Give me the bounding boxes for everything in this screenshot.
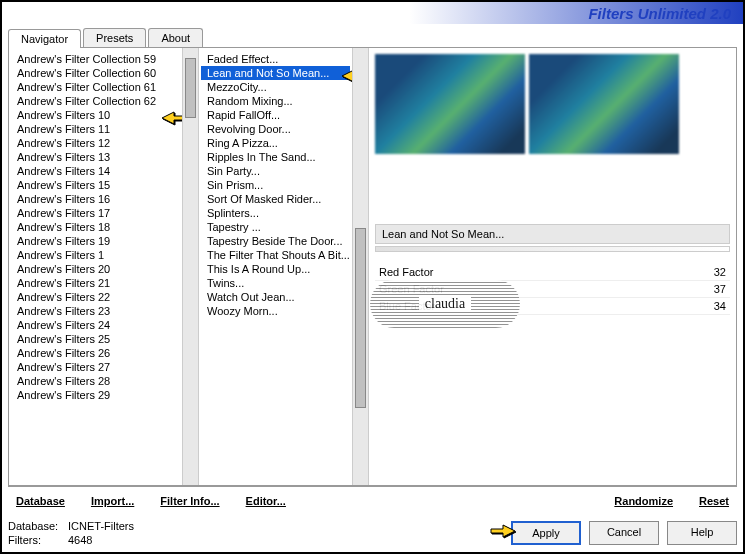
list-item[interactable]: MezzoCity... [201, 80, 350, 94]
watermark: claudia [370, 280, 520, 328]
category-column: Andrew's Filter Collection 59Andrew's Fi… [9, 48, 199, 485]
category-list[interactable]: Andrew's Filter Collection 59Andrew's Fi… [9, 48, 182, 485]
list-item[interactable]: Woozy Morn... [201, 304, 350, 318]
list-item[interactable]: Revolving Door... [201, 122, 350, 136]
list-item[interactable]: Sin Prism... [201, 178, 350, 192]
param-row[interactable]: Red Factor32 [375, 264, 730, 281]
param-value: 32 [714, 266, 726, 278]
button-row: Apply Cancel Help [511, 521, 737, 545]
current-filter-label: Lean and Not So Mean... [375, 224, 730, 244]
apply-button[interactable]: Apply [511, 521, 581, 545]
filter-info-button[interactable]: Filter Info... [156, 493, 223, 509]
progress-bar [375, 246, 730, 252]
list-item[interactable]: Andrew's Filters 13 [11, 150, 180, 164]
list-item[interactable]: Splinters... [201, 206, 350, 220]
import-button[interactable]: Import... [87, 493, 138, 509]
bottom-bar: Database:ICNET-Filters Filters:4648 Appl… [8, 519, 737, 547]
status-db-label: Database: [8, 519, 68, 533]
randomize-button[interactable]: Randomize [610, 493, 677, 509]
preview-row [375, 54, 730, 154]
main-panel: Andrew's Filter Collection 59Andrew's Fi… [8, 48, 737, 486]
filter-scrollbar[interactable] [352, 48, 368, 485]
list-item[interactable]: Andrew's Filters 27 [11, 360, 180, 374]
list-item[interactable]: Andrew's Filters 24 [11, 318, 180, 332]
reset-button[interactable]: Reset [695, 493, 733, 509]
list-item[interactable]: Andrew's Filters 14 [11, 164, 180, 178]
list-item[interactable]: Andrew's Filters 10 [11, 108, 180, 122]
param-label: Red Factor [379, 266, 433, 278]
filter-list[interactable]: Faded Effect...Lean and Not So Mean...Me… [199, 48, 352, 485]
title-bar: Filters Unlimited 2.0 [2, 2, 743, 24]
app-title: Filters Unlimited 2.0 [588, 5, 731, 22]
tab-presets[interactable]: Presets [83, 28, 146, 47]
list-item[interactable]: Andrew's Filters 22 [11, 290, 180, 304]
list-item[interactable]: Andrew's Filter Collection 59 [11, 52, 180, 66]
status-text: Database:ICNET-Filters Filters:4648 [8, 519, 134, 547]
preview-after [529, 54, 679, 154]
status-db-value: ICNET-Filters [68, 520, 134, 532]
scrollbar-thumb[interactable] [185, 58, 196, 118]
list-item[interactable]: Faded Effect... [201, 52, 350, 66]
list-item[interactable]: Andrew's Filter Collection 60 [11, 66, 180, 80]
list-item[interactable]: Andrew's Filters 1 [11, 248, 180, 262]
list-item[interactable]: Watch Out Jean... [201, 290, 350, 304]
list-item[interactable]: Ripples In The Sand... [201, 150, 350, 164]
list-item[interactable]: Rapid FallOff... [201, 108, 350, 122]
tab-navigator[interactable]: Navigator [8, 29, 81, 48]
list-item[interactable]: Andrew's Filters 12 [11, 136, 180, 150]
cancel-button[interactable]: Cancel [589, 521, 659, 545]
list-item[interactable]: Tapestry Beside The Door... [201, 234, 350, 248]
preview-before [375, 54, 525, 154]
list-item[interactable]: Random Mixing... [201, 94, 350, 108]
list-item[interactable]: Andrew's Filters 11 [11, 122, 180, 136]
list-item[interactable]: Andrew's Filters 16 [11, 192, 180, 206]
list-item[interactable]: Andrew's Filters 18 [11, 220, 180, 234]
list-item[interactable]: Andrew's Filters 15 [11, 178, 180, 192]
list-item[interactable]: Lean and Not So Mean... [201, 66, 350, 80]
list-item[interactable]: Ring A Pizza... [201, 136, 350, 150]
list-item[interactable]: Sin Party... [201, 164, 350, 178]
param-value: 37 [714, 283, 726, 295]
list-item[interactable]: Tapestry ... [201, 220, 350, 234]
list-item[interactable]: Andrew's Filters 23 [11, 304, 180, 318]
list-item[interactable]: Andrew's Filters 21 [11, 276, 180, 290]
list-item[interactable]: The Filter That Shouts A Bit... [201, 248, 350, 262]
editor-button[interactable]: Editor... [242, 493, 290, 509]
list-item[interactable]: Andrew's Filter Collection 61 [11, 80, 180, 94]
list-item[interactable]: Andrew's Filters 28 [11, 374, 180, 388]
list-item[interactable]: Andrew's Filters 26 [11, 346, 180, 360]
category-scrollbar[interactable] [182, 48, 198, 485]
status-filters-value: 4648 [68, 534, 92, 546]
toolbar: Database Import... Filter Info... Editor… [8, 486, 737, 515]
list-item[interactable]: This Is A Round Up... [201, 262, 350, 276]
list-item[interactable]: Andrew's Filter Collection 62 [11, 94, 180, 108]
preview-column: Lean and Not So Mean... Red Factor32Gree… [369, 48, 736, 485]
list-item[interactable]: Andrew's Filters 20 [11, 262, 180, 276]
list-item[interactable]: Andrew's Filters 19 [11, 234, 180, 248]
help-button[interactable]: Help [667, 521, 737, 545]
filter-column: Faded Effect...Lean and Not So Mean...Me… [199, 48, 369, 485]
list-item[interactable]: Andrew's Filters 25 [11, 332, 180, 346]
list-item[interactable]: Andrew's Filters 29 [11, 388, 180, 402]
scrollbar-thumb[interactable] [355, 228, 366, 408]
tabs: Navigator Presets About [8, 28, 737, 48]
list-item[interactable]: Andrew's Filters 17 [11, 206, 180, 220]
list-item[interactable]: Twins... [201, 276, 350, 290]
tab-about[interactable]: About [148, 28, 203, 47]
database-button[interactable]: Database [12, 493, 69, 509]
list-item[interactable]: Sort Of Masked Rider... [201, 192, 350, 206]
status-filters-label: Filters: [8, 533, 68, 547]
param-value: 34 [714, 300, 726, 312]
